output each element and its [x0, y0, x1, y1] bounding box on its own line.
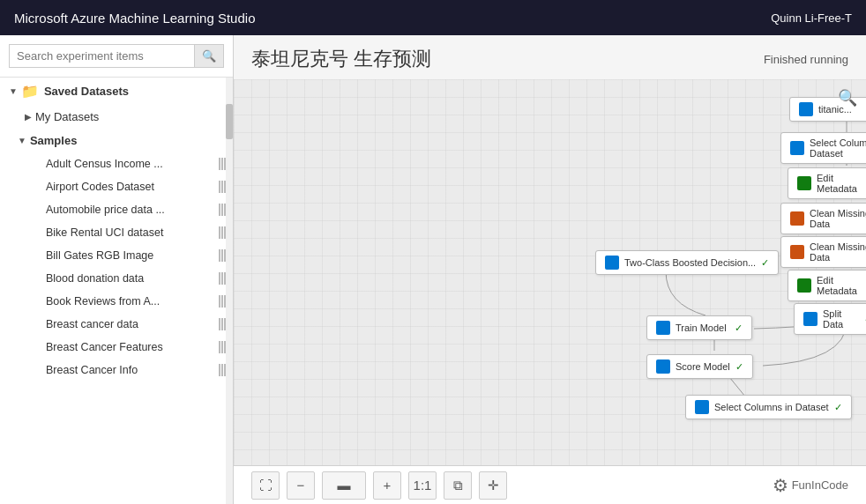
canvas-title: 泰坦尼克号 生存预测: [251, 46, 431, 72]
workflow-node-edit-meta-2[interactable]: Edit Metadata ✓: [788, 270, 866, 301]
scrollbar-thumb[interactable]: [226, 104, 233, 139]
scrollbar-track: [226, 78, 233, 504]
collapse-arrow: ▼: [9, 86, 18, 96]
canvas-toolbar: ⛶ − ▬ + 1:1 ⧉ ✛: [234, 465, 866, 504]
node-icon: [790, 245, 804, 259]
canvas-body[interactable]: titanic... Select Columns in Dataset ✓ E…: [234, 79, 866, 465]
arrange-icon: ⧉: [453, 478, 463, 493]
canvas-header: 泰坦尼克号 生存预测 Finished running: [234, 35, 866, 79]
node-icon: [803, 312, 817, 326]
workflow-node-two-class[interactable]: Two-Class Boosted Decision... ✓: [595, 250, 779, 275]
workflow-node-train-model[interactable]: Train Model ✓: [646, 315, 752, 340]
drag-handle: [219, 272, 226, 285]
check-icon: ✓: [834, 402, 842, 413]
toolbar-left: ⛶ − ▬ + 1:1 ⧉ ✛: [251, 471, 507, 500]
node-label: Select Columns in Dataset: [810, 137, 866, 159]
canvas-search-icon[interactable]: 🔍: [838, 88, 857, 107]
drag-handle: [219, 181, 226, 193]
drag-handle: [219, 204, 226, 216]
zoom-in-button[interactable]: +: [373, 471, 401, 500]
workflow-node-edit-meta-1[interactable]: Edit Metadata ✓: [788, 167, 866, 199]
funin-label: FunInCode: [792, 478, 848, 492]
check-icon: ✓: [761, 257, 769, 269]
node-icon: [656, 359, 670, 374]
dataset-label: Airport Codes Dataset: [46, 181, 154, 193]
zoom-bar-icon: ▬: [338, 478, 351, 493]
tree-nav: ▼ 📁 Saved Datasets ▶ My Datasets ▼ Sampl…: [0, 78, 233, 504]
main-layout: 🔍 ▼ 📁 Saved Datasets ▶ My Datasets ▼ Sam…: [0, 35, 866, 504]
workflow-node-split-data[interactable]: Split Data ✓: [794, 303, 866, 335]
list-item-airport-codes[interactable]: Airport Codes Dataset: [0, 175, 233, 198]
drag-handle: [219, 226, 226, 239]
list-item-automobile-price[interactable]: Automobile price data ...: [0, 198, 233, 221]
top-bar: Microsoft Azure Machine Learning Studio …: [0, 0, 866, 35]
arrange-button[interactable]: ⧉: [444, 471, 472, 500]
list-item-bike-rental[interactable]: Bike Rental UCI dataset: [0, 221, 233, 244]
zoom-bar: ▬: [322, 471, 366, 500]
node-icon: [695, 400, 709, 414]
workflow-node-select-cols-1[interactable]: Select Columns in Dataset ✓: [780, 132, 866, 164]
node-label: Train Model: [676, 322, 727, 333]
list-item-bill-gates-rgb[interactable]: Bill Gates RGB Image: [0, 244, 233, 267]
node-label: Two-Class Boosted Decision...: [624, 257, 756, 268]
collapse-arrow-samples: ▼: [18, 136, 26, 145]
node-label: Clean Missing Data: [810, 208, 866, 229]
sidebar: 🔍 ▼ 📁 Saved Datasets ▶ My Datasets ▼ Sam…: [0, 35, 234, 504]
zoom-in-icon: +: [384, 478, 392, 493]
list-item-breast-cancer-data[interactable]: Breast cancer data: [0, 313, 233, 336]
my-datasets-label: My Datasets: [35, 110, 99, 123]
node-icon: [799, 102, 813, 116]
navigate-icon: ✛: [488, 478, 499, 493]
node-icon: [656, 321, 670, 335]
expand-arrow: ▶: [25, 112, 32, 122]
drag-handle: [219, 249, 226, 262]
dataset-label: Bike Rental UCI dataset: [46, 226, 163, 239]
app-title: Microsoft Azure Machine Learning Studio: [14, 11, 255, 26]
list-item-book-reviews[interactable]: Book Reviews from A...: [0, 290, 233, 313]
dataset-label: Bill Gates RGB Image: [46, 249, 153, 262]
dataset-label: Adult Census Income ...: [46, 158, 163, 170]
funin-circle-icon: ⚙: [773, 475, 788, 496]
list-item-breast-cancer-features[interactable]: Breast Cancer Features: [0, 336, 233, 359]
sidebar-item-saved-datasets[interactable]: ▼ 📁 Saved Datasets: [0, 78, 233, 105]
one-to-one-icon: 1:1: [414, 478, 432, 493]
workflow-node-clean-missing-1[interactable]: Clean Missing Data ✓: [780, 203, 866, 234]
dataset-label: Blood donation data: [46, 272, 144, 285]
node-label: Split Data: [823, 308, 859, 330]
fit-icon: ⛶: [259, 478, 272, 493]
navigate-button[interactable]: ✛: [479, 471, 507, 500]
drag-handle: [219, 341, 226, 353]
list-item-adult-census[interactable]: Adult Census Income ...: [0, 152, 233, 175]
fit-view-button[interactable]: ⛶: [251, 471, 280, 500]
node-label: Clean Missing Data: [810, 241, 866, 263]
node-icon: [790, 141, 804, 155]
workflow-node-score-model[interactable]: Score Model ✓: [646, 354, 753, 379]
search-input[interactable]: [9, 44, 195, 68]
workflow-node-select-cols-2[interactable]: Select Columns in Dataset ✓: [685, 395, 852, 419]
sidebar-item-samples[interactable]: ▼ Samples: [0, 129, 233, 152]
node-label: Edit Metadata: [817, 275, 866, 296]
node-icon: [790, 211, 804, 226]
sidebar-item-my-datasets[interactable]: ▶ My Datasets: [0, 105, 233, 129]
one-to-one-button[interactable]: 1:1: [408, 471, 437, 500]
user-label: Quinn Li-Free-T: [771, 11, 852, 25]
drag-handle: [219, 364, 226, 376]
toolbar-right: ⚙ FunInCode: [773, 475, 848, 496]
dataset-label: Breast Cancer Features: [46, 341, 163, 353]
dataset-label: Automobile price data ...: [46, 204, 165, 216]
list-item-blood-donation[interactable]: Blood donation data: [0, 267, 233, 290]
check-icon: ✓: [735, 361, 743, 373]
workflow-node-clean-missing-2[interactable]: Clean Missing Data ✓: [780, 236, 866, 268]
drag-handle: [219, 295, 226, 308]
search-icon: 🔍: [202, 49, 216, 63]
dataset-label: Book Reviews from A...: [46, 295, 160, 308]
zoom-out-button[interactable]: −: [287, 471, 315, 500]
saved-datasets-label: Saved Datasets: [44, 85, 129, 98]
node-label: Score Model: [676, 361, 730, 372]
search-button[interactable]: 🔍: [195, 44, 224, 68]
list-item-breast-cancer-info[interactable]: Breast Cancer Info: [0, 359, 233, 382]
zoom-out-icon: −: [297, 478, 305, 493]
node-label: Select Columns in Dataset: [714, 402, 829, 412]
node-icon: [605, 256, 619, 270]
drag-handle: [219, 158, 226, 170]
